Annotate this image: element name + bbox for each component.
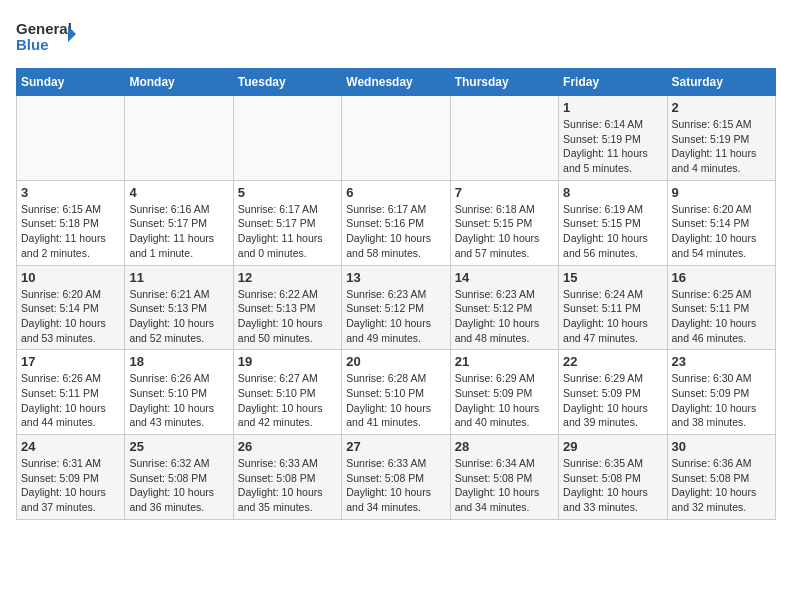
page-header: GeneralBlue (16, 16, 776, 56)
calendar-week-row: 10Sunrise: 6:20 AM Sunset: 5:14 PM Dayli… (17, 265, 776, 350)
day-number: 14 (455, 270, 554, 285)
weekday-header: Saturday (667, 69, 775, 96)
calendar-day-cell: 7Sunrise: 6:18 AM Sunset: 5:15 PM Daylig… (450, 180, 558, 265)
day-info: Sunrise: 6:28 AM Sunset: 5:10 PM Dayligh… (346, 371, 445, 430)
calendar-day-cell: 8Sunrise: 6:19 AM Sunset: 5:15 PM Daylig… (559, 180, 667, 265)
calendar-day-cell: 4Sunrise: 6:16 AM Sunset: 5:17 PM Daylig… (125, 180, 233, 265)
day-info: Sunrise: 6:33 AM Sunset: 5:08 PM Dayligh… (238, 456, 337, 515)
calendar-day-cell: 28Sunrise: 6:34 AM Sunset: 5:08 PM Dayli… (450, 435, 558, 520)
day-number: 11 (129, 270, 228, 285)
weekday-header: Friday (559, 69, 667, 96)
svg-text:General: General (16, 20, 72, 37)
day-number: 28 (455, 439, 554, 454)
day-info: Sunrise: 6:19 AM Sunset: 5:15 PM Dayligh… (563, 202, 662, 261)
day-number: 30 (672, 439, 771, 454)
day-number: 23 (672, 354, 771, 369)
day-number: 15 (563, 270, 662, 285)
day-info: Sunrise: 6:32 AM Sunset: 5:08 PM Dayligh… (129, 456, 228, 515)
calendar-day-cell: 27Sunrise: 6:33 AM Sunset: 5:08 PM Dayli… (342, 435, 450, 520)
calendar-day-cell: 20Sunrise: 6:28 AM Sunset: 5:10 PM Dayli… (342, 350, 450, 435)
day-info: Sunrise: 6:23 AM Sunset: 5:12 PM Dayligh… (346, 287, 445, 346)
calendar-day-cell: 24Sunrise: 6:31 AM Sunset: 5:09 PM Dayli… (17, 435, 125, 520)
calendar-day-cell: 12Sunrise: 6:22 AM Sunset: 5:13 PM Dayli… (233, 265, 341, 350)
weekday-header: Thursday (450, 69, 558, 96)
calendar-day-cell: 9Sunrise: 6:20 AM Sunset: 5:14 PM Daylig… (667, 180, 775, 265)
day-info: Sunrise: 6:24 AM Sunset: 5:11 PM Dayligh… (563, 287, 662, 346)
day-info: Sunrise: 6:15 AM Sunset: 5:18 PM Dayligh… (21, 202, 120, 261)
calendar-day-cell: 6Sunrise: 6:17 AM Sunset: 5:16 PM Daylig… (342, 180, 450, 265)
calendar-day-cell: 19Sunrise: 6:27 AM Sunset: 5:10 PM Dayli… (233, 350, 341, 435)
day-info: Sunrise: 6:29 AM Sunset: 5:09 PM Dayligh… (563, 371, 662, 430)
calendar-day-cell: 13Sunrise: 6:23 AM Sunset: 5:12 PM Dayli… (342, 265, 450, 350)
calendar-day-cell: 16Sunrise: 6:25 AM Sunset: 5:11 PM Dayli… (667, 265, 775, 350)
calendar-day-cell: 5Sunrise: 6:17 AM Sunset: 5:17 PM Daylig… (233, 180, 341, 265)
calendar-day-cell (450, 96, 558, 181)
day-info: Sunrise: 6:20 AM Sunset: 5:14 PM Dayligh… (21, 287, 120, 346)
day-number: 29 (563, 439, 662, 454)
calendar-table: SundayMondayTuesdayWednesdayThursdayFrid… (16, 68, 776, 520)
day-info: Sunrise: 6:31 AM Sunset: 5:09 PM Dayligh… (21, 456, 120, 515)
calendar-day-cell: 17Sunrise: 6:26 AM Sunset: 5:11 PM Dayli… (17, 350, 125, 435)
day-info: Sunrise: 6:15 AM Sunset: 5:19 PM Dayligh… (672, 117, 771, 176)
day-number: 18 (129, 354, 228, 369)
calendar-day-cell (233, 96, 341, 181)
weekday-header: Monday (125, 69, 233, 96)
calendar-day-cell: 1Sunrise: 6:14 AM Sunset: 5:19 PM Daylig… (559, 96, 667, 181)
day-number: 8 (563, 185, 662, 200)
day-number: 4 (129, 185, 228, 200)
day-info: Sunrise: 6:27 AM Sunset: 5:10 PM Dayligh… (238, 371, 337, 430)
day-number: 5 (238, 185, 337, 200)
day-info: Sunrise: 6:17 AM Sunset: 5:16 PM Dayligh… (346, 202, 445, 261)
day-number: 17 (21, 354, 120, 369)
calendar-day-cell: 22Sunrise: 6:29 AM Sunset: 5:09 PM Dayli… (559, 350, 667, 435)
calendar-day-cell: 3Sunrise: 6:15 AM Sunset: 5:18 PM Daylig… (17, 180, 125, 265)
calendar-day-cell: 26Sunrise: 6:33 AM Sunset: 5:08 PM Dayli… (233, 435, 341, 520)
calendar-week-row: 17Sunrise: 6:26 AM Sunset: 5:11 PM Dayli… (17, 350, 776, 435)
day-info: Sunrise: 6:34 AM Sunset: 5:08 PM Dayligh… (455, 456, 554, 515)
day-number: 22 (563, 354, 662, 369)
day-info: Sunrise: 6:35 AM Sunset: 5:08 PM Dayligh… (563, 456, 662, 515)
day-info: Sunrise: 6:26 AM Sunset: 5:10 PM Dayligh… (129, 371, 228, 430)
day-info: Sunrise: 6:21 AM Sunset: 5:13 PM Dayligh… (129, 287, 228, 346)
calendar-week-row: 24Sunrise: 6:31 AM Sunset: 5:09 PM Dayli… (17, 435, 776, 520)
header-row: SundayMondayTuesdayWednesdayThursdayFrid… (17, 69, 776, 96)
day-number: 26 (238, 439, 337, 454)
day-number: 25 (129, 439, 228, 454)
calendar-day-cell: 2Sunrise: 6:15 AM Sunset: 5:19 PM Daylig… (667, 96, 775, 181)
day-info: Sunrise: 6:23 AM Sunset: 5:12 PM Dayligh… (455, 287, 554, 346)
day-info: Sunrise: 6:20 AM Sunset: 5:14 PM Dayligh… (672, 202, 771, 261)
day-info: Sunrise: 6:16 AM Sunset: 5:17 PM Dayligh… (129, 202, 228, 261)
day-info: Sunrise: 6:18 AM Sunset: 5:15 PM Dayligh… (455, 202, 554, 261)
day-info: Sunrise: 6:33 AM Sunset: 5:08 PM Dayligh… (346, 456, 445, 515)
day-number: 21 (455, 354, 554, 369)
day-number: 6 (346, 185, 445, 200)
logo: GeneralBlue (16, 16, 76, 56)
day-number: 20 (346, 354, 445, 369)
calendar-day-cell: 14Sunrise: 6:23 AM Sunset: 5:12 PM Dayli… (450, 265, 558, 350)
day-number: 19 (238, 354, 337, 369)
calendar-day-cell: 15Sunrise: 6:24 AM Sunset: 5:11 PM Dayli… (559, 265, 667, 350)
calendar-day-cell: 29Sunrise: 6:35 AM Sunset: 5:08 PM Dayli… (559, 435, 667, 520)
day-info: Sunrise: 6:29 AM Sunset: 5:09 PM Dayligh… (455, 371, 554, 430)
day-number: 7 (455, 185, 554, 200)
day-number: 9 (672, 185, 771, 200)
day-number: 12 (238, 270, 337, 285)
day-info: Sunrise: 6:36 AM Sunset: 5:08 PM Dayligh… (672, 456, 771, 515)
day-info: Sunrise: 6:26 AM Sunset: 5:11 PM Dayligh… (21, 371, 120, 430)
day-info: Sunrise: 6:30 AM Sunset: 5:09 PM Dayligh… (672, 371, 771, 430)
day-number: 2 (672, 100, 771, 115)
day-number: 16 (672, 270, 771, 285)
svg-marker-2 (68, 26, 76, 42)
calendar-week-row: 3Sunrise: 6:15 AM Sunset: 5:18 PM Daylig… (17, 180, 776, 265)
day-number: 1 (563, 100, 662, 115)
calendar-day-cell: 21Sunrise: 6:29 AM Sunset: 5:09 PM Dayli… (450, 350, 558, 435)
calendar-day-cell: 23Sunrise: 6:30 AM Sunset: 5:09 PM Dayli… (667, 350, 775, 435)
logo-icon: GeneralBlue (16, 16, 76, 56)
calendar-day-cell (125, 96, 233, 181)
calendar-day-cell: 30Sunrise: 6:36 AM Sunset: 5:08 PM Dayli… (667, 435, 775, 520)
calendar-day-cell: 11Sunrise: 6:21 AM Sunset: 5:13 PM Dayli… (125, 265, 233, 350)
day-number: 27 (346, 439, 445, 454)
day-number: 10 (21, 270, 120, 285)
day-info: Sunrise: 6:22 AM Sunset: 5:13 PM Dayligh… (238, 287, 337, 346)
calendar-week-row: 1Sunrise: 6:14 AM Sunset: 5:19 PM Daylig… (17, 96, 776, 181)
